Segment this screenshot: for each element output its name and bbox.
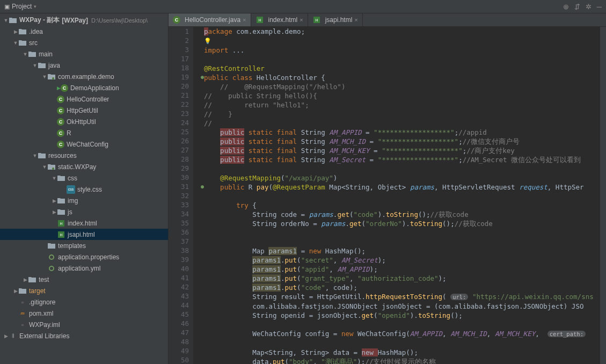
tree-label: OkHttpUtil: [67, 118, 96, 126]
yml-icon: [47, 264, 56, 273]
line-number: 3: [175, 45, 189, 54]
line-number: 37: [175, 237, 189, 246]
yml-icon: [47, 253, 56, 261]
tree-label: test: [39, 276, 49, 283]
folder-icon: [18, 287, 27, 295]
tree-node-application-properties[interactable]: ▶application.properties: [0, 251, 168, 263]
line-number: 36: [175, 228, 189, 237]
bulb-icon[interactable]: 💡: [204, 38, 211, 45]
tree-node-resources[interactable]: ▼resources: [0, 150, 168, 161]
line-number: 46: [175, 319, 189, 328]
svg-text:H: H: [60, 233, 62, 237]
chevron-right-icon[interactable]: ▶: [52, 209, 57, 215]
tree-node-demoapplication[interactable]: ▶▶CDemoApplication: [0, 82, 168, 93]
inline-hint: url:: [450, 294, 468, 300]
tree-node-pom-xml[interactable]: ▶mpom.xml: [0, 308, 168, 319]
chevron-right-icon[interactable]: ▶: [13, 29, 18, 34]
project-tool-title: ▣ Project ▾: [4, 3, 36, 10]
svg-text:H: H: [60, 222, 62, 225]
chevron-down-icon[interactable]: ▼: [42, 74, 47, 79]
chevron-down-icon[interactable]: ▼: [23, 52, 28, 57]
css-icon: css: [67, 185, 75, 194]
tree-node-templates[interactable]: ▶templates: [0, 240, 168, 251]
tree-node-okhttputil[interactable]: ▶COkHttpUtil: [0, 116, 168, 127]
line-number: 22: [175, 100, 189, 109]
tree-node--idea[interactable]: ▶.idea: [0, 26, 168, 37]
tree-label: css: [68, 174, 77, 182]
tab-hellocontroller-java[interactable]: CHelloController.java×: [169, 13, 251, 26]
project-label: Project: [12, 3, 32, 10]
chevron-right-icon[interactable]: ▶: [13, 288, 18, 294]
folder-icon: [38, 61, 46, 70]
line-number: 32: [175, 191, 189, 200]
line-number: 29: [175, 164, 189, 173]
tree-node-img[interactable]: ▶img: [0, 195, 168, 206]
tab-jsapi-html[interactable]: Hjsapi.html×: [308, 13, 363, 26]
chevron-down-icon[interactable]: ▼: [32, 63, 38, 68]
chevron-down-icon[interactable]: ▼: [42, 164, 47, 170]
tree-label: pom.xml: [29, 310, 53, 317]
tree-node-css[interactable]: ▼css: [0, 172, 168, 184]
scrollbar[interactable]: [600, 27, 606, 364]
project-tree[interactable]: ▼WXPay - 副本[WXPay]D:\Users\lwj\Desktop\▶…: [0, 13, 168, 364]
folder-icon: [47, 242, 56, 250]
tree-node-js[interactable]: ▶js: [0, 206, 168, 217]
tab-index-html[interactable]: Hindex.html×: [251, 13, 308, 26]
line-number: 39: [175, 255, 189, 264]
chevron-down-icon[interactable]: ▼: [13, 40, 18, 46]
tree-node-index-html[interactable]: ▶Hindex.html: [0, 217, 168, 229]
chevron-right-icon[interactable]: ▶: [52, 198, 57, 203]
svg-text:H: H: [258, 18, 261, 22]
tree-node-target[interactable]: ▶target: [0, 285, 168, 296]
tree-label: templates: [58, 242, 86, 250]
tree-node-external-libraries[interactable]: ▶⦀External Libraries: [0, 330, 168, 341]
tree-label: R: [67, 129, 71, 137]
tree-node-hellocontroller[interactable]: ▶CHelloController: [0, 93, 168, 105]
tree-label: target: [29, 287, 46, 295]
tree-label: .gitignore: [29, 299, 55, 306]
tree-node-application-yml[interactable]: ▶application.yml: [0, 263, 168, 274]
tree-node-static-wxpay[interactable]: ▼static.WXPay: [0, 161, 168, 172]
tree-node-jsapi-html[interactable]: ▶Hjsapi.html: [0, 229, 168, 240]
target-icon[interactable]: ⊕: [563, 3, 569, 11]
tree-node--gitignore[interactable]: ▶▫.gitignore: [0, 296, 168, 308]
tree-node-test[interactable]: ▶test: [0, 274, 168, 285]
chevron-right-icon[interactable]: ▶: [3, 333, 9, 339]
collapse-icon[interactable]: ⇵: [574, 3, 580, 11]
hide-icon[interactable]: ─: [597, 3, 602, 11]
tree-label: style.css: [77, 186, 102, 193]
pkg-icon: [47, 163, 56, 171]
chevron-down-icon[interactable]: ▼: [52, 176, 57, 181]
line-number: 18: [175, 63, 189, 72]
tree-node-src[interactable]: ▼src: [0, 37, 168, 48]
tree-node-r[interactable]: ▶CR: [0, 127, 168, 139]
tree-label: java: [48, 62, 60, 69]
close-icon[interactable]: ×: [243, 17, 246, 23]
gutter-method-icon[interactable]: ●: [201, 182, 204, 191]
close-icon[interactable]: ×: [300, 17, 303, 23]
tree-node-httpgetutil[interactable]: ▶CHttpGetUtil: [0, 105, 168, 116]
close-icon[interactable]: ×: [354, 17, 357, 23]
code-content[interactable]: package com.example.demo;💡import ... @Re…: [193, 27, 600, 364]
tab-label: jsapi.html: [325, 16, 353, 24]
folder-icon: [57, 196, 65, 205]
line-number: 27: [175, 145, 189, 155]
tree-node-java[interactable]: ▼java: [0, 60, 168, 71]
tree-node-wechatconfig[interactable]: ▶CWeChatConfig: [0, 139, 168, 150]
gutter-class-icon[interactable]: ●: [201, 72, 204, 82]
lib-icon: ⦀: [9, 332, 17, 340]
file-icon: ▫: [18, 321, 27, 329]
tree-node-com-example-demo[interactable]: ▼com.example.demo: [0, 71, 168, 82]
tree-node-style-css[interactable]: ▶cssstyle.css: [0, 184, 168, 195]
chevron-right-icon[interactable]: ▶: [23, 277, 28, 282]
tree-node-wxpay-[interactable]: ▼WXPay - 副本[WXPay]D:\Users\lwj\Desktop\: [0, 14, 168, 26]
chevron-down-icon[interactable]: ▾: [34, 4, 36, 9]
tree-label: External Libraries: [19, 332, 69, 340]
tree-node-wxpay-iml[interactable]: ▶▫WXPay.iml: [0, 319, 168, 330]
folder-open-icon: [9, 16, 17, 25]
tree-node-main[interactable]: ▼main: [0, 48, 168, 60]
chevron-down-icon[interactable]: ▼: [3, 18, 9, 23]
gear-icon[interactable]: ✲: [586, 3, 592, 11]
chevron-down-icon[interactable]: ▼: [32, 153, 38, 158]
tree-label: application.properties: [58, 253, 119, 261]
